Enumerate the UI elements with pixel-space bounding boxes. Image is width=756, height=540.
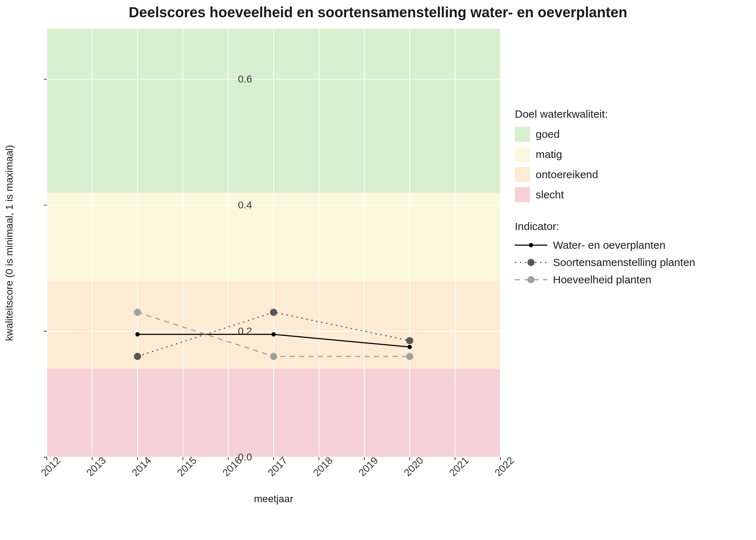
y-tick-label: 0.2 (216, 325, 252, 337)
svg-point-33 (527, 259, 535, 266)
legend-line-swatch (515, 240, 547, 251)
page-title: Deelscores hoeveelheid en soortensamenst… (0, 4, 756, 21)
x-tick-label: 2014 (130, 455, 154, 479)
svg-point-35 (527, 276, 535, 283)
series-point (270, 353, 277, 360)
legend-band-item: slecht (515, 187, 745, 202)
legend-label: ontoereikend (536, 168, 598, 181)
x-tick-label: 2022 (492, 455, 517, 479)
legend-band-item: ontoereikend (515, 167, 745, 182)
chart-legend: Doel waterkwaliteit: goedmatigontoereike… (515, 108, 745, 304)
x-tick-label: 2017 (266, 455, 290, 479)
legend-label: slecht (536, 189, 564, 201)
legend-label: Hoeveelheid planten (553, 274, 652, 286)
x-tick-label: 2021 (447, 455, 471, 479)
legend-label: goed (536, 128, 560, 140)
legend-label: Soortensamenstelling planten (553, 256, 695, 269)
legend-line-swatch (515, 257, 547, 268)
legend-band-item: matig (515, 147, 745, 162)
legend-indicator-title: Indicator: (515, 220, 745, 233)
svg-point-31 (529, 243, 533, 247)
y-tick-label: 0.6 (216, 73, 252, 85)
legend-swatch (515, 167, 530, 182)
x-tick-label: 2019 (356, 455, 381, 479)
x-axis-label: meetjaar (47, 493, 500, 505)
series-point (134, 353, 141, 360)
legend-series-item: Hoeveelheid planten (515, 274, 745, 286)
x-tick-label: 2015 (175, 455, 199, 479)
legend-label: Water- en oeverplanten (553, 239, 665, 251)
x-tick-label: 2020 (402, 455, 426, 479)
series-point (406, 337, 413, 344)
series-point (408, 345, 412, 349)
x-tick-label: 2013 (84, 455, 108, 479)
legend-swatch (515, 187, 530, 202)
legend-band-item: goed (515, 127, 745, 142)
x-tick-label: 2012 (39, 455, 63, 479)
series-point (134, 309, 141, 316)
x-tick-label: 2018 (311, 455, 335, 479)
series-point (270, 309, 277, 316)
legend-series-item: Water- en oeverplanten (515, 239, 745, 251)
legend-series-item: Soortensamenstelling planten (515, 256, 745, 269)
legend-swatch (515, 127, 530, 142)
series-point (135, 332, 140, 337)
series-point (406, 353, 413, 360)
series-point (271, 332, 276, 337)
legend-line-swatch (515, 274, 547, 285)
y-tick-label: 0.4 (216, 199, 252, 211)
legend-label: matig (536, 148, 562, 161)
chart-plot-area (47, 29, 500, 457)
legend-swatch (515, 147, 530, 162)
y-axis-label: kwaliteitscore (0 is minimaal, 1 is maxi… (4, 29, 18, 457)
legend-bands-title: Doel waterkwaliteit: (515, 108, 745, 120)
